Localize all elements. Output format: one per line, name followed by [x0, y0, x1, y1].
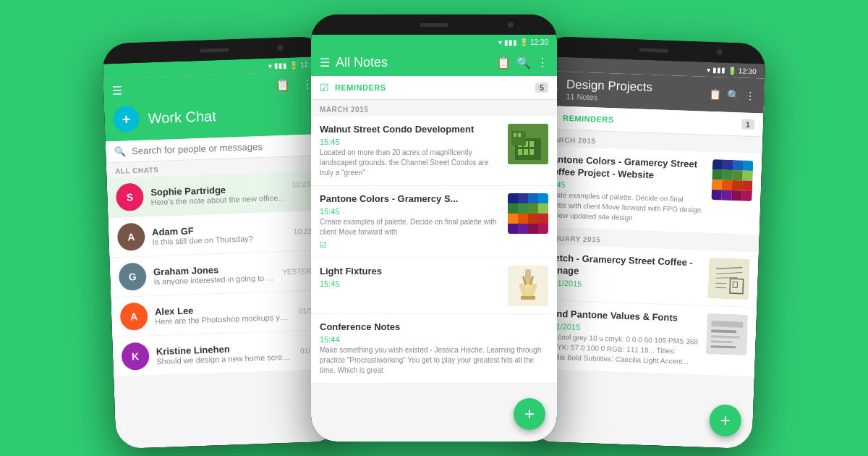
reminder-check-icon: ☑	[320, 82, 329, 93]
avatar-sophie: S	[116, 183, 144, 211]
status-bar-center: ▾ ▮▮▮ 🔋 12:30	[311, 35, 557, 49]
svg-rect-6	[524, 149, 528, 155]
check-icon-pantone: ☑	[320, 240, 327, 249]
search-icon-center[interactable]: 🔍	[516, 56, 531, 69]
chat-info-alex: Alex Lee Here are the Photoshop mockups …	[155, 301, 292, 326]
notes-list: MARCH 2015 Walnut Street Condo Developme…	[311, 100, 557, 442]
battery-icon-c: 🔋	[519, 38, 528, 46]
avatar-kristine: K	[121, 342, 149, 371]
search-input[interactable]	[132, 139, 321, 156]
svg-point-17	[525, 284, 531, 290]
note-time-pantone: 15:45	[320, 207, 502, 216]
svg-line-25	[715, 287, 726, 288]
palette-thumbnail-right	[711, 159, 753, 201]
allnotes-header: ☰ All Notes 📋 🔍 ⋮	[311, 49, 557, 76]
note-fixtures[interactable]: Light Fixtures 15:45	[311, 258, 557, 314]
battery-icon: 🔋	[289, 61, 298, 69]
note-walnut[interactable]: Walnut Street Condo Development 15:45 Lo…	[311, 117, 557, 186]
note-body-pantone-right: Create examples of palette. Decide on fi…	[544, 190, 705, 226]
signal-icon-c: ▮▮▮	[504, 38, 517, 46]
note-content-sketch: Sketch - Gramercy Street Coffee - Signag…	[542, 252, 704, 293]
svg-rect-26	[706, 313, 748, 355]
status-icons-right: ▾ ▮▮▮ 🔋 12:30	[706, 65, 756, 75]
wifi-icon-c: ▾	[498, 38, 502, 46]
note-time-fixtures: 15:45	[320, 279, 502, 288]
more-icon-right[interactable]: ⋮	[745, 90, 756, 101]
design-title-area: Design Projects 11 Notes	[566, 77, 704, 106]
phones-container: ▾ ▮▮▮ 🔋 12:30 ☰ 📋 ⋮	[0, 0, 868, 456]
speaker-right	[639, 48, 668, 52]
note-body-brand: PMS cool grey 10 u cmyk: 0 0 0 60 105 PM…	[539, 332, 700, 368]
svg-rect-10	[518, 133, 521, 137]
chat-info-kristine: Kristine Linehen Should we design a new …	[156, 341, 294, 366]
time-center: 12:30	[530, 38, 548, 46]
avatar-graham: G	[119, 263, 147, 291]
note-thumb-pantone	[508, 193, 548, 234]
chat-info-graham: Graham Jones Is anyone interested in goi…	[153, 262, 276, 286]
phone-right: ▾ ▮▮▮ 🔋 12:30 ← Design Projects 11 Notes…	[528, 36, 766, 449]
camera-right	[716, 49, 722, 55]
phone-top-center	[311, 14, 557, 35]
fixture-thumbnail	[508, 266, 548, 306]
battery-icon-r: 🔋	[727, 66, 736, 74]
notebook-icon-right[interactable]: 📋	[709, 88, 722, 101]
note-pantone-right[interactable]: Pantone Colors - Gramercy Street Coffee …	[535, 146, 762, 236]
signal-icon: ▮▮▮	[274, 61, 287, 69]
workchat-screen: ☰ 📋 ⋮ + Work Chat 🔍	[103, 71, 341, 449]
reminders-count-right: 1	[741, 119, 755, 130]
avatar-alex: A	[120, 303, 148, 331]
new-chat-button[interactable]: +	[113, 106, 140, 132]
status-icons-center: ▾ ▮▮▮ 🔋 12:30	[498, 38, 548, 46]
note-content-walnut: Walnut Street Condo Development 15:45 Lo…	[320, 124, 502, 178]
building-thumbnail	[508, 124, 548, 164]
note-title-sketch: Sketch - Gramercy Street Coffee - Signag…	[542, 252, 704, 282]
note-thumb-fixtures	[508, 266, 548, 306]
note-title-pantone-right: Pantone Colors - Gramercy Street Coffee …	[545, 153, 707, 184]
allnotes-screen: ☰ All Notes 📋 🔍 ⋮ ☑ REMINDERS 5 MARCH 20…	[311, 49, 557, 442]
phone-center: ▾ ▮▮▮ 🔋 12:30 ☰ All Notes 📋 🔍 ⋮	[311, 14, 557, 442]
avatar-adam: A	[117, 223, 145, 251]
note-title-pantone: Pantone Colors - Gramercy S...	[320, 193, 502, 206]
palette-thumbnail	[508, 193, 548, 234]
search-icon: 🔍	[114, 146, 127, 158]
note-brand[interactable]: Brand Pantone Values & Fonts 16/01/2015 …	[530, 300, 757, 377]
notebook-icon[interactable]: 📋	[276, 78, 291, 93]
notebook-icon-center[interactable]: 📋	[496, 56, 511, 69]
speaker-center	[420, 23, 448, 27]
svg-rect-9	[514, 133, 516, 137]
menu-icon[interactable]: ☰	[112, 84, 123, 98]
chat-info-sophie: Sophie Partridge Here's the note about t…	[150, 182, 286, 206]
note-pantone[interactable]: Pantone Colors - Gramercy S... 15:45 Cre…	[311, 186, 557, 258]
reminders-label: REMINDERS	[335, 83, 529, 92]
note-thumb-sketch	[708, 258, 750, 300]
note-title-conference: Conference Notes	[320, 321, 548, 334]
note-conference[interactable]: Conference Notes 15:44 Make something yo…	[311, 314, 557, 384]
sketch-thumbnail	[708, 258, 750, 300]
menu-icon-center[interactable]: ☰	[320, 56, 330, 69]
brand-thumbnail	[706, 313, 748, 355]
note-thumb-brand	[706, 313, 748, 355]
note-content-pantone: Pantone Colors - Gramercy S... 15:45 Cre…	[320, 193, 502, 250]
note-content-conference: Conference Notes 15:44 Make something yo…	[320, 321, 548, 376]
search-icon-right[interactable]: 🔍	[727, 89, 740, 101]
fab-allnotes[interactable]: +	[514, 398, 545, 430]
time-right: 12:30	[738, 67, 756, 75]
note-body-walnut: Located on more than 20 acres of magnifi…	[320, 148, 502, 178]
allnotes-title: All Notes	[336, 55, 490, 70]
speaker-left	[200, 48, 229, 52]
note-content-brand: Brand Pantone Values & Fonts 16/01/2015 …	[539, 308, 701, 368]
svg-line-24	[715, 283, 726, 284]
note-time-walnut: 15:45	[320, 138, 502, 146]
design-notes-list: MARCH 2015 Pantone Colors - Gramercy Str…	[528, 130, 763, 449]
note-thumb-pantone-right	[711, 159, 753, 201]
note-thumb-walnut	[508, 124, 548, 164]
more-icon-center[interactable]: ⋮	[537, 56, 548, 69]
reminders-bar[interactable]: ☑ REMINDERS 5	[311, 76, 557, 100]
note-sketch[interactable]: Sketch - Gramercy Street Coffee - Signag…	[532, 244, 758, 308]
chat-item-kristine[interactable]: K Kristine Linehen Should we design a ne…	[112, 330, 338, 378]
svg-rect-5	[518, 149, 522, 155]
note-title-fixtures: Light Fixtures	[320, 266, 502, 278]
note-body-pantone: Create examples of palette. Decide on fi…	[320, 217, 502, 237]
reminders-count: 5	[535, 83, 548, 93]
camera-left	[277, 45, 283, 51]
